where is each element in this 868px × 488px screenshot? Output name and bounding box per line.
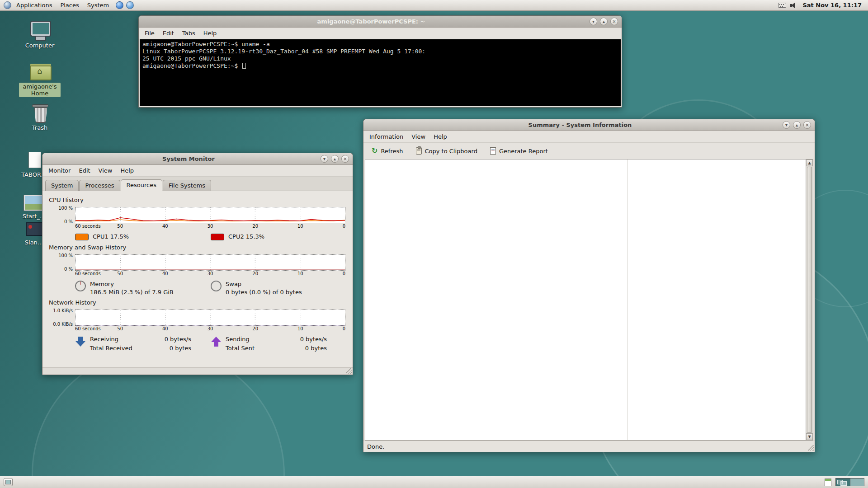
chart-y-label: 0.0 KiB/s	[53, 322, 73, 327]
terminal-line: amigaone@TaborPowerPCSPE:~$ uname -a	[142, 41, 618, 48]
memory-legend-value: 186.5 MiB (2.3 %) of 7.9 GiB	[90, 289, 174, 296]
terminal-line: amigaone@TaborPowerPCSPE:~$	[142, 62, 618, 70]
toolbar-generate-report-button[interactable]: Generate Report	[486, 145, 552, 157]
arrow-stem	[78, 337, 83, 341]
status-text: Done.	[367, 443, 384, 450]
menu-view[interactable]: View	[407, 131, 429, 142]
system-information-titlebar[interactable]: Summary - System Information ▾ ▴ ×	[363, 119, 815, 131]
chart-plot-area	[75, 310, 345, 326]
menu-help[interactable]: Help	[199, 28, 221, 39]
arrow-stem	[214, 342, 218, 347]
menu-help[interactable]: Help	[429, 131, 451, 142]
chart-x-label: 50	[117, 271, 123, 276]
toolbar-copy-to-clipboard-button[interactable]: Copy to Clipboard	[411, 145, 482, 157]
chart-x-label: 0	[343, 224, 345, 229]
system-information-menubar: InformationViewHelp	[363, 131, 815, 143]
menu-monitor[interactable]: Monitor	[44, 165, 75, 176]
system-monitor-titlebar[interactable]: System Monitor ▾ ▴ ×	[42, 153, 353, 165]
details-pane: ▲ ▼	[502, 160, 813, 440]
trash-icon	[28, 103, 52, 123]
close-button[interactable]: ×	[341, 155, 349, 163]
menu-edit[interactable]: Edit	[159, 28, 178, 39]
help-launcher-icon[interactable]	[126, 1, 134, 9]
category-tree	[365, 160, 502, 440]
menu-file[interactable]: File	[141, 28, 159, 39]
network-legend: Receiving0 bytes/sTotal Received0 bytesS…	[75, 336, 346, 352]
network-legend-cell: 0 bytes	[141, 345, 191, 352]
minimize-button[interactable]: ▾	[321, 155, 328, 163]
resize-grip[interactable]	[346, 368, 352, 374]
computer-icon	[28, 21, 52, 41]
menu-view[interactable]: View	[94, 165, 117, 176]
terminal-output[interactable]: amigaone@TaborPowerPCSPE:~$ uname -aLinu…	[140, 39, 621, 106]
scroll-down-button[interactable]: ▼	[806, 433, 813, 440]
chart-x-label: 50	[117, 326, 123, 331]
window-controls: ▾ ▴ ×	[321, 155, 349, 163]
refresh-icon: ↻	[372, 147, 377, 155]
desktop-icon-computer[interactable]: Computer	[19, 21, 61, 49]
cpu-legend-label: CPU1 17.5%	[93, 233, 129, 240]
terminal-window: amigaone@TaborPowerPCSPE: ~ ▾ ▴ × FileEd…	[138, 15, 622, 108]
menu-system[interactable]: System	[83, 0, 113, 10]
clock[interactable]: Sat Nov 16, 11:17	[800, 2, 864, 9]
menu-places[interactable]: Places	[56, 0, 83, 10]
chart-x-label: 40	[162, 224, 168, 229]
close-button[interactable]: ×	[610, 18, 618, 25]
cpu-history-title: CPU History	[49, 197, 346, 203]
menu-edit[interactable]: Edit	[75, 165, 94, 176]
resize-grip[interactable]	[808, 445, 814, 451]
tab-processes[interactable]: Processes	[79, 180, 120, 191]
toolbar-button-label: Copy to Clipboard	[425, 148, 477, 155]
tray-document-icon[interactable]	[825, 479, 831, 486]
network-legend-cell: Total Sent	[226, 345, 276, 352]
tab-resources[interactable]: Resources	[121, 179, 162, 191]
system-monitor-menubar: MonitorEditViewHelp	[42, 165, 353, 177]
scrollbar-thumb[interactable]	[807, 167, 812, 433]
memory-swap-chart: 100 %0 %60 seconds50403020100	[75, 254, 345, 277]
terminal-titlebar[interactable]: amigaone@TaborPowerPCSPE: ~ ▾ ▴ ×	[139, 16, 622, 28]
taskbar	[0, 476, 868, 488]
chart-x-label: 10	[297, 326, 303, 331]
top-panel: ApplicationsPlacesSystem Sat Nov 16, 11:…	[0, 0, 868, 11]
keyboard-indicator-icon[interactable]	[778, 3, 786, 8]
home-icon	[28, 61, 52, 81]
summary-details	[502, 160, 806, 440]
desktop-icon-trash[interactable]: Trash	[19, 103, 61, 131]
minimize-button[interactable]: ▾	[783, 121, 790, 129]
minimize-button[interactable]: ▾	[590, 18, 597, 25]
system-monitor-window: System Monitor ▾ ▴ × MonitorEditViewHelp…	[42, 153, 353, 375]
workspace-1[interactable]	[836, 479, 850, 486]
receiving-arrow-icon	[75, 337, 86, 347]
system-monitor-window-title: System Monitor	[61, 155, 316, 162]
menu-logo-icon[interactable]	[4, 1, 11, 9]
volume-icon[interactable]	[790, 2, 797, 9]
tab-system[interactable]: System	[45, 180, 79, 191]
resources-tab-content: CPU History 100 %0 %60 seconds5040302010…	[42, 191, 353, 367]
chart-x-label: 10	[297, 224, 303, 229]
scroll-up-button[interactable]: ▲	[806, 160, 813, 166]
chart-x-labels: 60 seconds50403020100	[75, 271, 345, 277]
maximize-button[interactable]: ▴	[793, 121, 801, 129]
maximize-button[interactable]: ▴	[331, 155, 339, 163]
chart-x-labels: 60 seconds50403020100	[75, 224, 345, 230]
chart-x-label: 0	[343, 326, 345, 331]
chart-x-label: 50	[117, 224, 123, 229]
browser-launcher-icon[interactable]	[116, 1, 123, 9]
menu-information[interactable]: Information	[365, 131, 407, 142]
toolbar-button-label: Generate Report	[499, 148, 548, 155]
toolbar-refresh-button[interactable]: ↻Refresh	[367, 145, 408, 157]
menu-applications[interactable]: Applications	[12, 0, 56, 10]
chart-x-label: 30	[208, 224, 213, 229]
workspace-2[interactable]	[850, 479, 864, 486]
show-desktop-icon[interactable]	[4, 478, 13, 486]
close-button[interactable]: ×	[803, 121, 811, 129]
chart-x-label: 40	[162, 326, 168, 331]
maximize-button[interactable]: ▴	[600, 18, 608, 25]
swap-gauge-icon	[211, 281, 222, 291]
menu-help[interactable]: Help	[116, 165, 138, 176]
desktop-icon-amigaone-s-home[interactable]: amigaone's Home	[19, 61, 61, 97]
arrow-head	[75, 341, 85, 347]
tab-file-systems[interactable]: File Systems	[163, 180, 211, 191]
chart-y-label: 100 %	[58, 206, 73, 211]
menu-tabs[interactable]: Tabs	[178, 28, 199, 39]
